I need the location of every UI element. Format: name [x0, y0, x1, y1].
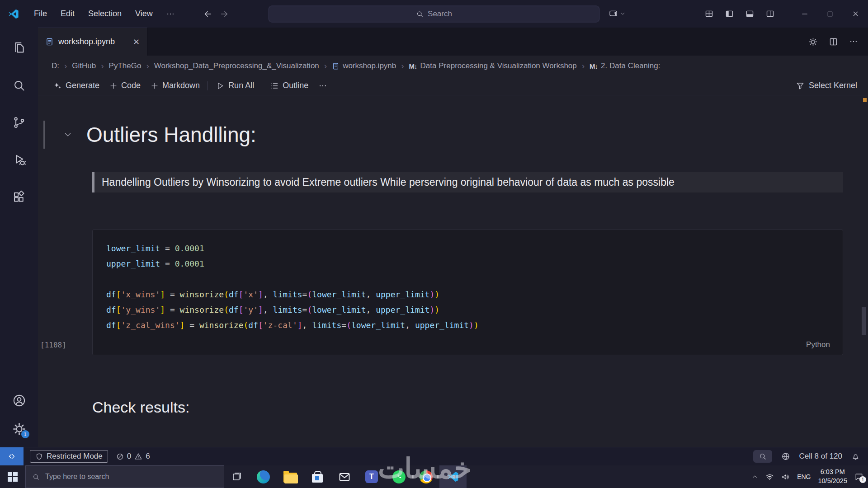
- add-markdown-cell-button[interactable]: Markdown: [146, 76, 205, 95]
- notebook-editor: Outliers Handlling: Handelling Outliers …: [38, 95, 868, 447]
- maximize-button[interactable]: [817, 0, 843, 28]
- titlebar: File Edit Selection View Search: [0, 0, 868, 28]
- taskbar-app-mail[interactable]: [331, 465, 358, 488]
- execution-count: [1108]: [40, 341, 66, 349]
- search-icon: [416, 10, 424, 18]
- accounts-icon[interactable]: [12, 394, 26, 408]
- outline-list-icon: [270, 81, 279, 90]
- extensions-icon[interactable]: [12, 190, 26, 204]
- cell-focus-bar: [43, 121, 45, 149]
- copilot-menu-button[interactable]: [603, 0, 631, 28]
- overview-warning-mark: [863, 98, 867, 102]
- menu-selection[interactable]: Selection: [81, 0, 128, 28]
- tray-time: 6:03 PM: [818, 468, 847, 477]
- back-arrow-icon[interactable]: [203, 9, 213, 19]
- action-center-badge: 1: [859, 476, 866, 483]
- markdown-icon: M↓: [590, 62, 598, 70]
- source-control-icon[interactable]: [12, 116, 26, 129]
- browser-preview-icon[interactable]: [781, 452, 790, 461]
- tab-close-icon[interactable]: ✕: [133, 37, 140, 47]
- run-all-button[interactable]: Run All: [211, 76, 259, 95]
- breadcrumb-workshop-folder[interactable]: Workshop_Data_Preprocessing_&_Visualizat…: [152, 61, 321, 71]
- task-view-button[interactable]: [224, 465, 250, 488]
- action-center-button[interactable]: 1: [854, 472, 863, 481]
- breadcrumb-pythego[interactable]: PyTheGo: [107, 61, 143, 71]
- customize-layout-icon[interactable]: [699, 9, 719, 19]
- section-heading: Outliers Handlling:: [86, 122, 256, 147]
- breadcrumb-drive[interactable]: D:: [50, 61, 61, 71]
- breadcrumb: D: › GitHub › PyTheGo › Workshop_Data_Pr…: [38, 56, 868, 76]
- split-editor-icon[interactable]: [829, 37, 838, 47]
- language-indicator[interactable]: ENG: [797, 473, 811, 480]
- tab-title: workshop.ipynb: [58, 37, 115, 47]
- breadcrumb-md-section[interactable]: M↓ Data Preprocessing & Visualization Wo…: [407, 61, 579, 71]
- taskbar-app-file-explorer[interactable]: [277, 465, 304, 488]
- toggle-sidebar-icon[interactable]: [719, 9, 740, 19]
- tray-chevron-up-icon[interactable]: [751, 474, 758, 480]
- breadcrumb-separator: ›: [580, 61, 586, 71]
- forward-arrow-icon[interactable]: [219, 9, 229, 19]
- vscode-window: File Edit Selection View Search: [0, 0, 868, 488]
- search-placeholder: Search: [428, 9, 452, 19]
- remote-indicator[interactable]: [0, 447, 24, 465]
- notebook-settings-icon[interactable]: [808, 37, 818, 47]
- notebook-file-icon: [45, 38, 54, 46]
- task-view-icon: [231, 471, 242, 482]
- problems-indicator[interactable]: 0 6: [116, 452, 150, 461]
- add-code-cell-button[interactable]: Code: [104, 76, 146, 95]
- menu-file[interactable]: File: [27, 0, 54, 28]
- taskbar-app-store[interactable]: [304, 465, 331, 488]
- clock[interactable]: 6:03 PM 10/5/2025: [818, 468, 847, 485]
- start-button[interactable]: [0, 465, 25, 488]
- search-sidebar-icon[interactable]: [12, 79, 26, 92]
- editor-more-actions-icon[interactable]: [849, 37, 858, 46]
- tab-workshop-ipynb[interactable]: workshop.ipynb ✕: [38, 28, 147, 56]
- markdown-quote: Handelling Outliers by Winsorizing to av…: [92, 172, 843, 192]
- notebook-file-icon: [332, 62, 340, 70]
- taskbar-app-chrome[interactable]: [412, 465, 439, 488]
- toggle-secondary-sidebar-icon[interactable]: [760, 9, 780, 19]
- taskbar-search-box[interactable]: Type here to search: [25, 465, 224, 488]
- volume-icon[interactable]: [781, 473, 790, 481]
- close-button[interactable]: [843, 0, 868, 28]
- tab-strip: workshop.ipynb ✕: [38, 28, 868, 56]
- editor-scrollbar[interactable]: [862, 95, 867, 447]
- menu-view[interactable]: View: [128, 0, 160, 28]
- code-lines[interactable]: lower_limit = 0.0001upper_limit = 0.0001…: [106, 241, 834, 333]
- toolbar-divider: [208, 81, 208, 90]
- warnings-icon: [134, 452, 142, 460]
- taskbar-app-whatsapp[interactable]: [385, 465, 412, 488]
- toolbar-more-icon[interactable]: [313, 76, 332, 95]
- breadcrumb-md-subsection[interactable]: M↓ 2. Data Cleaning:: [588, 61, 662, 71]
- edge-icon: [257, 470, 270, 483]
- taskbar-app-edge[interactable]: [250, 465, 277, 488]
- markdown-heading-cell[interactable]: Outliers Handlling:: [43, 122, 868, 147]
- more-menus-icon[interactable]: [160, 0, 181, 28]
- run-debug-icon[interactable]: [12, 153, 26, 167]
- toggle-panel-icon[interactable]: [740, 9, 760, 19]
- network-icon[interactable]: [765, 473, 774, 481]
- collapse-chevron-icon[interactable]: [63, 130, 73, 140]
- mail-icon: [338, 470, 351, 483]
- scrollbar-thumb[interactable]: [862, 307, 866, 335]
- cell-language-picker[interactable]: Python: [806, 340, 830, 349]
- generate-button[interactable]: Generate: [48, 76, 104, 95]
- breadcrumb-file[interactable]: workshop.ipynb: [330, 61, 398, 71]
- minimize-button[interactable]: [792, 0, 817, 28]
- tray-date: 10/5/2025: [818, 477, 847, 486]
- command-search-box[interactable]: Search: [269, 5, 599, 22]
- cell-indicator[interactable]: Cell 8 of 120: [799, 452, 842, 461]
- restricted-mode-button[interactable]: Restricted Mode: [30, 450, 108, 463]
- menu-edit[interactable]: Edit: [54, 0, 81, 28]
- taskbar-app-teams[interactable]: T: [358, 465, 385, 488]
- explorer-icon[interactable]: [12, 41, 26, 55]
- activity-bar: 1: [0, 28, 38, 447]
- zoom-indicator-button[interactable]: [753, 450, 772, 463]
- taskbar-app-vscode[interactable]: [439, 465, 467, 488]
- notifications-bell-icon[interactable]: [851, 452, 860, 461]
- outline-button[interactable]: Outline: [265, 76, 313, 95]
- code-cell[interactable]: [1108] lower_limit = 0.0001upper_limit =…: [92, 230, 843, 355]
- settings-gear-icon[interactable]: 1: [12, 422, 26, 436]
- breadcrumb-github[interactable]: GitHub: [70, 61, 98, 71]
- select-kernel-button[interactable]: Select Kernel: [796, 81, 857, 90]
